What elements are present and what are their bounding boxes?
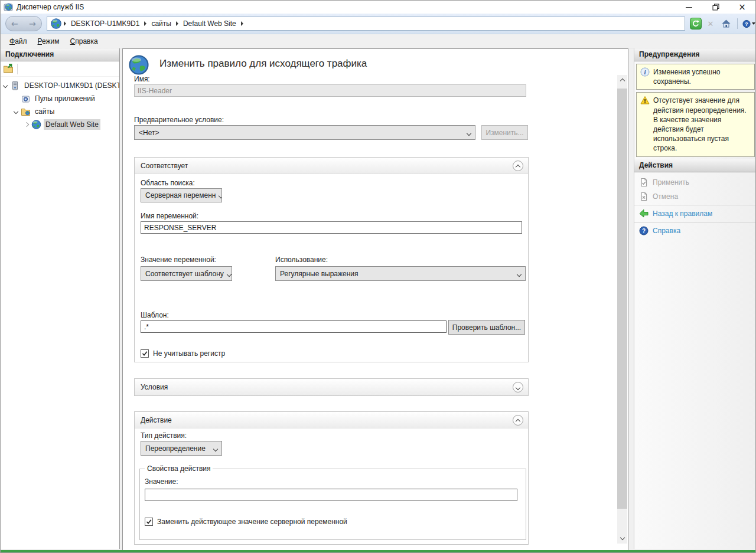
breadcrumb-sites[interactable]: сайты [151,19,171,28]
chevron-down-icon [514,270,521,278]
actions-header: Действия [634,159,756,172]
close-icon: × [738,3,746,12]
using-select[interactable]: Регулярные выражения [275,266,526,281]
help-button[interactable]: ? [742,18,755,30]
restore-icon [712,4,719,11]
breadcrumb[interactable]: DESKTOP-U1MK9D1 сайты Default Web Site [47,17,685,31]
name-label: Имя: [134,75,150,83]
site-globe-icon [31,120,41,129]
connections-panel: Подключения DESKTOP-U1MK9D1 (DESKTOI [1,48,120,549]
tree-item-server[interactable]: DESKTOP-U1MK9D1 (DESKTOI [1,79,119,92]
toolbar-separator [17,64,18,74]
globe-icon [51,18,61,29]
minimize-button[interactable] [676,1,702,14]
pattern-label: Шаблон: [141,311,169,319]
scope-select[interactable]: Серверная переменн [141,188,222,202]
collapse-button[interactable] [513,161,523,171]
minimize-icon [686,7,692,8]
match-section-header[interactable]: Соответствует [135,158,528,174]
menu-bar: Файл Режим Справка [1,34,755,48]
breadcrumb-server[interactable]: DESKTOP-U1MK9D1 [71,19,139,28]
tree-item-label: сайты [33,106,57,117]
expand-button[interactable] [513,382,523,392]
stop-button: ✕ [705,18,716,30]
help-link[interactable]: ? Справка [634,224,756,238]
close-button[interactable]: × [729,1,755,14]
app-icon [4,2,13,12]
scope-label: Область поиска: [141,179,195,187]
back-button[interactable]: ← [11,19,18,28]
action-type-select[interactable]: Переопределение [141,441,222,456]
home-button[interactable] [719,18,732,30]
forward-button[interactable]: → [29,19,36,28]
info-icon: i [640,67,650,77]
alert-text: Изменения успешно сохранены. [653,67,751,86]
tree-item-label: Default Web Site [44,119,100,130]
check-icon [146,519,152,525]
chevron-down-icon[interactable] [11,110,21,113]
vertical-scrollbar[interactable] [617,75,627,544]
sites-folder-icon [21,107,31,116]
tree-item-sites[interactable]: сайты [1,105,119,118]
action-type-value: Переопределение [145,444,206,453]
connections-header: Подключения [1,48,119,61]
pattern-input[interactable] [141,320,447,333]
conditions-section-title: Условия [141,383,168,391]
variable-name-input[interactable] [141,221,522,234]
apply-button: Применить [634,175,756,189]
apply-icon [639,178,649,187]
address-toolbar: ✕ ? [690,18,755,30]
conditions-section: Условия [134,378,529,396]
precondition-edit-button: Изменить... [481,125,528,140]
edit-outbound-rule-page: Изменить правило для исходящего трафика … [122,48,628,551]
alert-warning: Отсутствует значение для действия переоп… [636,92,755,156]
alert-info: i Изменения успешно сохранены. [636,64,755,90]
svg-text:?: ? [745,21,748,27]
menu-help[interactable]: Справка [65,35,103,47]
tree-item-app-pools[interactable]: Пулы приложений [1,92,119,105]
action-value-input[interactable] [145,489,517,501]
match-section: Соответствует Область поиска: Серверная … [134,157,529,362]
menu-view[interactable]: Режим [32,35,65,47]
chevron-down-icon [210,444,217,453]
using-label: Использование: [275,256,328,264]
ignore-case-checkbox[interactable] [141,349,149,358]
action-section-header[interactable]: Действие [135,412,528,428]
help-icon: ? [742,19,751,29]
refresh-icon [692,19,700,28]
match-section-title: Соответствует [141,162,188,170]
scroll-up-button[interactable] [617,75,627,85]
connections-toolbar [1,61,119,77]
restore-button[interactable] [702,1,729,14]
separator [634,205,756,205]
refresh-button[interactable] [690,18,702,30]
scope-value: Серверная переменн [145,191,216,199]
replace-value-row[interactable]: Заменить действующее значение серверной … [145,518,347,526]
action-properties-title: Свойства действия [145,464,213,473]
back-to-rules-label: Назад к правилам [653,210,712,218]
tree-item-default-web-site[interactable]: Default Web Site [1,118,119,131]
scroll-thumb[interactable] [617,89,627,509]
chevron-down-icon[interactable] [1,84,10,87]
precondition-select[interactable]: <Нет> [134,125,475,140]
cancel-label: Отмена [653,192,678,201]
variable-value-label: Значение переменной: [141,256,216,264]
collapse-button[interactable] [513,415,523,426]
home-icon [721,19,731,28]
apply-label: Применить [653,178,689,186]
test-pattern-button[interactable]: Проверить шаблон... [448,320,525,335]
separator [634,222,756,222]
back-to-rules-link[interactable]: Назад к правилам [634,207,756,221]
variable-value-select[interactable]: Соответствует шаблону [141,266,232,281]
variable-value-value: Соответствует шаблону [145,270,224,278]
create-connection-icon[interactable] [3,64,14,74]
breadcrumb-default-web-site[interactable]: Default Web Site [183,19,236,28]
chevron-right-icon [144,21,146,26]
menu-file[interactable]: Файл [4,35,32,47]
conditions-section-header[interactable]: Условия [135,379,528,395]
scroll-down-button[interactable] [617,534,627,544]
chevron-right-icon[interactable] [22,123,31,126]
ignore-case-row[interactable]: Не учитывать регистр [141,349,225,358]
replace-value-checkbox[interactable] [145,518,153,526]
warning-icon [640,96,650,105]
